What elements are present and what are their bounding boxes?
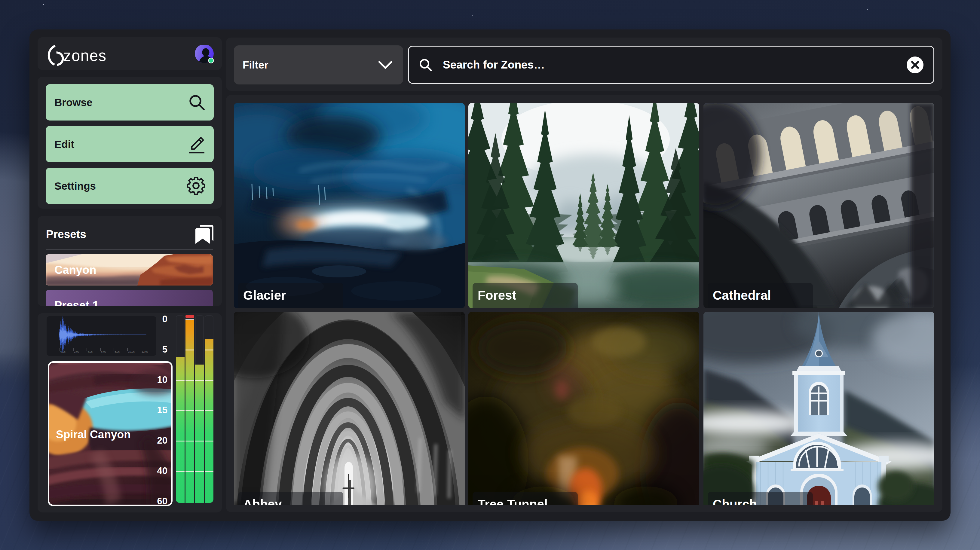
svg-text:4.0s: 4.0s	[88, 350, 93, 353]
svg-text:8.0s: 8.0s	[115, 350, 120, 353]
svg-text:2.0s: 2.0s	[74, 350, 80, 353]
svg-text:6.0s: 6.0s	[101, 350, 107, 353]
svg-text:10.0s: 10.0s	[128, 350, 135, 353]
svg-text:0.0s: 0.0s	[60, 350, 66, 353]
svg-text:12.0s: 12.0s	[142, 350, 148, 353]
